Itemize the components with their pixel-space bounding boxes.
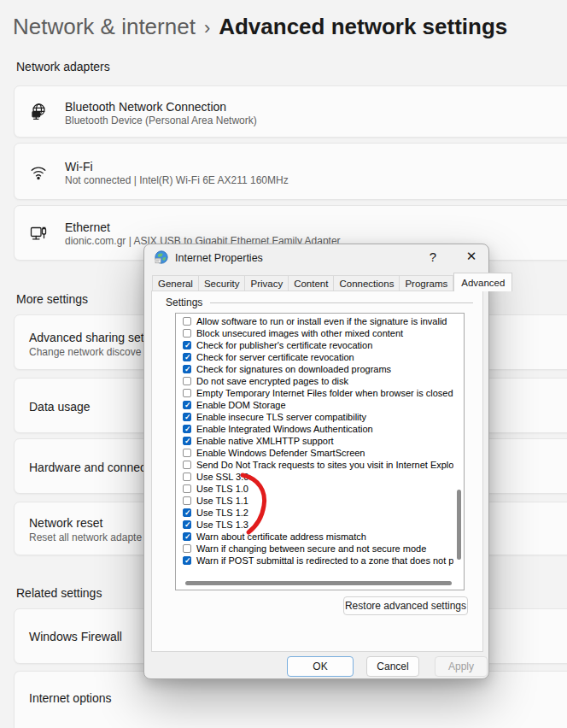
vertical-scrollbar-thumb[interactable]	[457, 490, 461, 560]
setting-row[interactable]: Warn if changing between secure and not …	[177, 543, 453, 555]
setting-label: Use TLS 1.0	[196, 484, 248, 494]
setting-row[interactable]: Use TLS 1.1	[177, 495, 453, 507]
card-subtitle: Change network discove	[29, 346, 141, 358]
apply-button[interactable]: Apply	[435, 656, 488, 677]
adapter-title: Bluetooth Network Connection	[65, 100, 226, 114]
tab-privacy[interactable]: Privacy	[245, 275, 289, 291]
checkbox-icon[interactable]	[183, 425, 191, 433]
setting-row[interactable]: Check for publisher's certificate revoca…	[177, 339, 453, 351]
section-more-settings: More settings	[16, 292, 88, 306]
breadcrumb: Network & internet›Advanced network sett…	[13, 14, 507, 40]
card-title: Windows Firewall	[29, 630, 122, 643]
dialog-tab-strip: General Security Privacy Content Connect…	[152, 273, 512, 291]
setting-label: Enable insecure TLS server compatibility	[196, 412, 366, 422]
help-button[interactable]: ?	[424, 250, 441, 264]
setting-row[interactable]: Send Do Not Track requests to sites you …	[177, 459, 453, 471]
checkbox-icon[interactable]	[183, 365, 191, 373]
checkbox-icon[interactable]	[183, 377, 191, 385]
setting-label: Use SSL 3.0	[196, 472, 248, 482]
internet-properties-dialog: Internet Properties ? ✕ General Security…	[143, 244, 489, 679]
checkbox-icon[interactable]	[183, 532, 191, 541]
setting-label: Do not save encrypted pages to disk	[196, 376, 348, 386]
checkbox-icon[interactable]	[183, 484, 191, 493]
breadcrumb-parent[interactable]: Network & internet	[13, 14, 196, 39]
setting-row[interactable]: Block unsecured images with other mixed …	[177, 327, 453, 339]
checkbox-icon[interactable]	[183, 520, 191, 529]
setting-row[interactable]: Enable native XMLHTTP support	[177, 435, 453, 447]
adapter-subtitle: Bluetooth Device (Personal Area Network)	[65, 114, 257, 126]
setting-row[interactable]: Warn if POST submittal is redirected to …	[177, 555, 453, 567]
setting-row[interactable]: Use SSL 3.0	[177, 471, 453, 483]
advanced-tab-page: Settings Allow software to run or instal…	[151, 291, 483, 652]
card-title: Network reset	[29, 516, 102, 530]
tab-content[interactable]: Content	[289, 275, 334, 291]
setting-row[interactable]: Enable Windows Defender SmartScreen	[177, 447, 453, 459]
setting-row[interactable]: Check for signatures on downloaded progr…	[177, 363, 453, 375]
adapter-subtitle: Not connected | Intel(R) Wi-Fi 6E AX211 …	[65, 174, 289, 186]
card-wifi-adapter[interactable]: Wi-Fi Not connected | Intel(R) Wi-Fi 6E …	[14, 143, 567, 200]
horizontal-scrollbar-thumb[interactable]	[185, 581, 452, 585]
tab-general[interactable]: General	[152, 275, 199, 291]
globe-device-icon	[29, 103, 48, 121]
checkbox-icon[interactable]	[183, 508, 191, 517]
internet-properties-icon	[155, 250, 168, 264]
dialog-title: Internet Properties	[175, 252, 263, 264]
section-related-settings: Related settings	[16, 586, 102, 600]
setting-row[interactable]: Use TLS 1.2	[177, 507, 453, 519]
tab-security[interactable]: Security	[199, 275, 246, 291]
setting-label: Enable Windows Defender SmartScreen	[196, 448, 365, 458]
settings-window: Network & internet›Advanced network sett…	[0, 0, 567, 728]
setting-row[interactable]: Warn about certificate address mismatch	[177, 531, 453, 543]
tab-connections[interactable]: Connections	[334, 275, 400, 291]
setting-label: Send Do Not Track requests to sites you …	[196, 460, 453, 470]
setting-label: Check for signatures on downloaded progr…	[196, 364, 391, 374]
checkbox-icon[interactable]	[183, 401, 191, 409]
close-icon[interactable]: ✕	[462, 249, 481, 264]
cancel-button[interactable]: Cancel	[366, 656, 419, 677]
setting-label: Enable Integrated Windows Authentication	[196, 424, 373, 434]
checkbox-icon[interactable]	[183, 461, 191, 469]
setting-label: Check for publisher's certificate revoca…	[196, 340, 372, 350]
setting-row[interactable]: Use TLS 1.0	[177, 483, 453, 495]
checkbox-icon[interactable]	[183, 496, 191, 505]
tab-programs[interactable]: Programs	[400, 275, 453, 291]
ethernet-icon	[29, 224, 48, 243]
checkbox-icon[interactable]	[183, 473, 191, 481]
setting-row[interactable]: Check for server certificate revocation	[177, 351, 453, 363]
advanced-settings-list[interactable]: Allow software to run or install even if…	[175, 313, 465, 590]
card-title: Advanced sharing sett	[29, 331, 148, 344]
card-title: Data usage	[29, 400, 91, 414]
wifi-icon	[29, 162, 48, 181]
card-bluetooth-adapter[interactable]: Bluetooth Network Connection Bluetooth D…	[14, 85, 567, 138]
setting-row[interactable]: Use TLS 1.3	[177, 519, 453, 531]
checkbox-icon[interactable]	[183, 556, 191, 565]
page-title: Advanced network settings	[219, 14, 507, 39]
checkbox-icon[interactable]	[183, 437, 191, 445]
checkbox-icon[interactable]	[183, 389, 191, 397]
settings-group-line	[210, 302, 473, 303]
section-network-adapters: Network adapters	[16, 60, 110, 73]
adapter-title: Ethernet	[65, 220, 110, 234]
setting-row[interactable]: Empty Temporary Internet Files folder wh…	[177, 387, 453, 399]
checkbox-icon[interactable]	[183, 544, 191, 553]
setting-label: Allow software to run or install even if…	[196, 316, 447, 326]
setting-row[interactable]: Allow software to run or install even if…	[177, 315, 453, 327]
setting-row[interactable]: Enable Integrated Windows Authentication	[177, 423, 453, 435]
setting-label: Warn about certificate address mismatch	[196, 531, 366, 542]
checkbox-icon[interactable]	[183, 353, 191, 361]
chevron-right-icon: ›	[196, 17, 219, 38]
tab-advanced[interactable]: Advanced	[453, 273, 512, 291]
checkbox-icon[interactable]	[183, 329, 191, 338]
checkbox-icon[interactable]	[183, 341, 191, 349]
checkbox-icon[interactable]	[183, 317, 191, 326]
setting-row[interactable]: Enable DOM Storage	[177, 399, 453, 411]
setting-row[interactable]: Enable insecure TLS server compatibility	[177, 411, 453, 423]
checkbox-icon[interactable]	[183, 449, 191, 457]
restore-advanced-settings-button[interactable]: Restore advanced settings	[343, 596, 468, 615]
card-title: Internet options	[29, 691, 112, 705]
setting-row[interactable]: Do not save encrypted pages to disk	[177, 375, 453, 387]
checkbox-icon[interactable]	[183, 413, 191, 421]
card-internet-options[interactable]: Internet options	[14, 671, 567, 728]
ok-button[interactable]: OK	[287, 656, 354, 677]
setting-label: Warn if POST submittal is redirected to …	[196, 555, 453, 566]
